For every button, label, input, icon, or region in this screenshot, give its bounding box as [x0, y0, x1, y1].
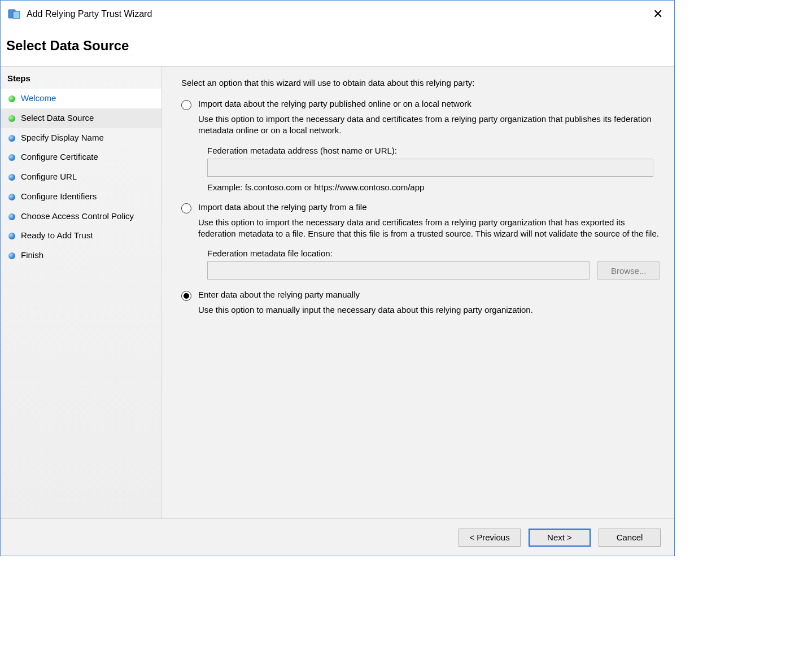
option-label: Import data about the relying party publ… [198, 99, 472, 108]
step-label: Select Data Source [21, 113, 94, 124]
option-label: Enter data about the relying party manua… [198, 290, 360, 299]
option-desc: Use this option to import the necessary … [198, 114, 660, 137]
step-label: Configure Identifiers [21, 191, 97, 202]
content: Steps Welcome Select Data Source Specify… [1, 66, 674, 520]
previous-button[interactable]: < Previous [459, 529, 521, 547]
option-desc: Use this option to import the necessary … [198, 217, 660, 240]
step-label: Finish [21, 250, 43, 261]
cancel-button[interactable]: Cancel [599, 529, 661, 547]
bullet-icon [8, 233, 15, 239]
step-label: Specify Display Name [21, 133, 104, 143]
titlebar: Add Relying Party Trust Wizard ✕ [1, 1, 674, 28]
intro-text: Select an option that this wizard will u… [181, 78, 660, 88]
step-ready-to-add-trust[interactable]: Ready to Add Trust [1, 226, 161, 246]
step-configure-url[interactable]: Configure URL [1, 167, 161, 187]
step-select-data-source[interactable]: Select Data Source [1, 108, 161, 128]
federation-address-group: Federation metadata address (host name o… [207, 146, 660, 192]
browse-button[interactable]: Browse... [597, 261, 660, 280]
main-panel: Select an option that this wizard will u… [162, 67, 674, 520]
federation-file-group: Federation metadata file location: Brows… [207, 248, 660, 280]
radio-import-online[interactable] [181, 100, 191, 110]
bullet-icon [8, 95, 15, 102]
bullet-icon [8, 135, 15, 142]
app-icon [7, 7, 21, 21]
step-finish[interactable]: Finish [1, 246, 161, 265]
step-label: Choose Access Control Policy [21, 211, 134, 222]
option-import-file[interactable]: Import data about the relying party from… [181, 202, 660, 213]
step-welcome[interactable]: Welcome [1, 89, 161, 108]
option-desc: Use this option to manually input the ne… [198, 304, 660, 316]
step-choose-access-control-policy[interactable]: Choose Access Control Policy [1, 207, 161, 226]
step-label: Ready to Add Trust [21, 230, 93, 241]
federation-file-label: Federation metadata file location: [207, 248, 660, 258]
bullet-icon [8, 174, 15, 181]
option-import-online[interactable]: Import data about the relying party publ… [181, 99, 660, 110]
page-heading: Select Data Source [6, 38, 669, 54]
footer: < Previous Next > Cancel [1, 518, 674, 556]
bullet-icon [8, 154, 15, 161]
step-label: Configure Certificate [21, 152, 98, 163]
radio-import-file[interactable] [181, 203, 191, 213]
close-icon[interactable]: ✕ [648, 5, 667, 24]
step-label: Configure URL [21, 172, 77, 182]
svg-rect-1 [13, 11, 20, 19]
sidebar-header: Steps [1, 70, 161, 89]
federation-file-input[interactable] [207, 261, 590, 280]
option-manual[interactable]: Enter data about the relying party manua… [181, 290, 660, 301]
window-title: Add Relying Party Trust Wizard [27, 9, 152, 19]
option-label: Import data about the relying party from… [198, 202, 366, 212]
bullet-icon [8, 194, 15, 200]
heading-area: Select Data Source [1, 28, 674, 66]
bullet-icon [8, 252, 15, 259]
step-label: Welcome [21, 93, 56, 104]
next-button[interactable]: Next > [529, 529, 591, 547]
step-specify-display-name[interactable]: Specify Display Name [1, 128, 161, 148]
bullet-icon [8, 115, 15, 122]
federation-address-example: Example: fs.contoso.com or https://www.c… [207, 182, 660, 192]
bullet-icon [8, 213, 15, 220]
federation-address-input[interactable] [207, 159, 653, 177]
federation-address-label: Federation metadata address (host name o… [207, 146, 660, 155]
step-configure-certificate[interactable]: Configure Certificate [1, 147, 161, 167]
step-configure-identifiers[interactable]: Configure Identifiers [1, 187, 161, 207]
sidebar: Steps Welcome Select Data Source Specify… [1, 67, 162, 520]
radio-manual[interactable] [181, 291, 191, 301]
